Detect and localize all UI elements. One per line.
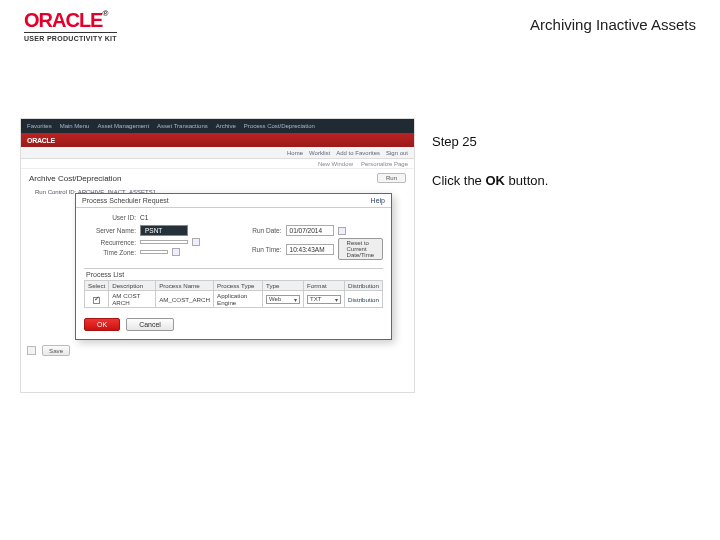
row-run-date: Run Date: 01/07/2014 [230,225,383,236]
label-run-date: Run Date: [230,227,282,234]
label-server-name: Server Name: [84,227,136,234]
run-date-input[interactable]: 01/07/2014 [286,225,334,236]
lookup-icon[interactable] [192,238,200,246]
process-list: Process List Select Description Process … [84,268,383,308]
run-time-input[interactable]: 10:43:43AM [286,244,334,255]
util-link[interactable]: Home [287,150,303,156]
page-header: ORACLE® USER PRODUCTIVITY KIT Archiving … [24,10,696,42]
oracle-logo: ORACLE® [24,10,117,30]
run-button[interactable]: Run [377,173,406,183]
oracle-logo-block: ORACLE® USER PRODUCTIVITY KIT [24,10,117,42]
nav-item[interactable]: Main Menu [60,123,90,129]
modal-header: Process Scheduler Request Help [76,194,391,208]
upk-subline: USER PRODUCTIVITY KIT [24,32,117,42]
type-select[interactable]: Web [266,295,300,304]
nav-item[interactable]: Asset Transactions [157,123,208,129]
step-body-bold: OK [485,173,505,188]
time-zone-input[interactable] [140,250,168,254]
value-user-id: C1 [140,214,148,221]
cell-description: AM COST ARCH [109,291,156,308]
app-top-nav: Favorites Main Menu Asset Management Ass… [21,119,414,133]
app-util-bar: Home Worklist Add to Favorites Sign out [21,147,414,159]
util-link[interactable]: Worklist [309,150,330,156]
process-list-title: Process List [84,269,383,280]
cell-distribution[interactable]: Distribution [345,291,383,308]
step-label: Step 25 [432,132,696,153]
app-breadcrumb: New Window Personalize Page [21,159,414,169]
format-select[interactable]: TXT [307,295,341,304]
label-time-zone: Time Zone: [84,249,136,256]
nav-item[interactable]: Asset Management [97,123,149,129]
cancel-button[interactable]: Cancel [126,318,174,331]
row-time-zone: Time Zone: [84,248,230,256]
oracle-logo-tm: ® [102,9,107,18]
recurrence-select[interactable] [140,240,188,244]
save-button-behind[interactable]: Save [42,345,70,356]
row-recurrence: Recurrence: [84,238,230,246]
label-run-time: Run Time: [230,246,282,253]
step-body-post: button. [505,173,548,188]
page-title: Archiving Inactive Assets [530,16,696,33]
distribution-link[interactable]: Distribution [348,296,379,303]
process-list-grid: Select Description Process Name Process … [84,280,383,308]
breadcrumb-link[interactable]: Personalize Page [361,161,408,167]
col-distribution: Distribution [345,281,383,291]
modal-buttons: OK Cancel [76,312,391,339]
ok-button[interactable]: OK [84,318,120,331]
util-link[interactable]: Sign out [386,150,408,156]
nav-item[interactable]: Process Cost/Depreciation [244,123,315,129]
breadcrumb-link[interactable]: New Window [318,161,353,167]
col-process-type: Process Type [214,281,263,291]
row-server-name: Server Name: PSNT [84,225,230,236]
process-scheduler-modal: Process Scheduler Request Help User ID: … [75,193,392,340]
app-brand-bar: ORACLE [21,133,414,147]
step-body-pre: Click the [432,173,485,188]
app-page-header: Archive Cost/Depreciation Run [21,169,414,187]
col-description: Description [109,281,156,291]
reset-time-button[interactable]: Reset to Current Date/Time [338,238,383,260]
step-body: Click the OK button. [432,171,696,192]
nav-item[interactable]: Favorites [27,123,52,129]
label-recurrence: Recurrence: [84,239,136,246]
cell-process-name: AM_COST_ARCH [156,291,214,308]
app-brand-logo: ORACLE [27,137,55,144]
nav-item[interactable]: Archive [216,123,236,129]
app-screenshot: Favorites Main Menu Asset Management Ass… [20,118,415,393]
calendar-icon[interactable] [338,227,346,235]
instruction-panel: Step 25 Click the OK button. [432,132,696,192]
grid-header-row: Select Description Process Name Process … [85,281,383,291]
modal-body: User ID: C1 Server Name: PSNT Recurrence… [76,208,391,312]
modal-title: Process Scheduler Request [82,197,169,204]
server-name-select[interactable]: PSNT [140,225,188,236]
table-row: AM COST ARCH AM_COST_ARCH Application En… [85,291,383,308]
col-select: Select [85,281,109,291]
label-user-id: User ID: [84,214,136,221]
modal-help-link[interactable]: Help [371,197,385,204]
row-user-id: User ID: C1 [84,214,383,221]
app-page-title: Archive Cost/Depreciation [29,174,121,183]
oracle-logo-text: ORACLE [24,9,102,31]
behind-footer: Save [27,345,70,356]
select-checkbox[interactable] [93,297,100,304]
row-run-time: Run Time: 10:43:43AM Reset to Current Da… [230,238,383,260]
col-type: Type [263,281,304,291]
lookup-icon[interactable] [172,248,180,256]
col-format: Format [304,281,345,291]
cell-process-type: Application Engine [214,291,263,308]
util-link[interactable]: Add to Favorites [336,150,380,156]
col-process-name: Process Name [156,281,214,291]
save-icon [27,346,36,355]
